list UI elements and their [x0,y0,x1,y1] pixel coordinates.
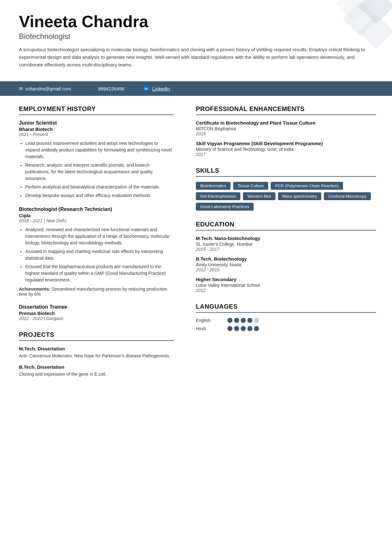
lang-item-english: English [196,318,376,323]
lang-dot-english-3 [241,318,246,323]
job-dates-2: 2018 - 2021 | New Delhi [19,218,174,223]
job-bullet-1-1: Lead process improvement activities and … [25,140,174,160]
job-bullet-2-2: Assisted in mapping and charting medicin… [25,248,174,262]
lang-dot-english-5 [254,318,259,323]
project-desc-2: Cloning and expression of the gene in E.… [19,371,174,378]
project-title-2: B.Tech. Dissertation [19,364,174,370]
skills-section: SKILLS Bioinformatics Tissue Culture PCR… [196,167,376,211]
edu-school-1: St. Xavier's College, Mumbai [196,242,376,247]
skills-container: Bioinformatics Tissue Culture PCR (Polym… [196,182,376,211]
edu-years-1: 2015 - 2017 [196,247,376,252]
edu-item-2: B.Tech. Biotechnology Amity University, … [196,256,376,272]
lang-name-english: English [196,318,221,323]
lang-dot-english-2 [234,318,239,323]
phone-value: 9894226496 [98,86,124,91]
contact-phone: 📞 9894226496 [90,86,124,91]
job-title-3: Dissertation Trainee [19,304,174,310]
candidate-summary: A scrupulous biotechnologist specializin… [19,46,366,69]
linkedin-icon: in [143,86,149,91]
education-section: EDUCATION M.Tech. Nano-biotechnology St.… [196,221,376,293]
job-bullet-1-2: Research, analyze, and interpret scienti… [25,162,174,182]
project-2: B.Tech. Dissertation Cloning and express… [19,364,174,378]
lang-dot-hindi-2 [234,326,239,331]
job-title-2: Biotechnologist (Research Technician) [19,207,174,212]
header-section: Vineeta Chandra Biotechnologist A scrupu… [0,0,392,75]
edu-years-3: 2012 [196,288,376,293]
contact-linkedin[interactable]: in LinkedIn [143,86,170,91]
edu-item-3: Higher Secondary Lotus Valley Internatio… [196,277,376,293]
job-company-3: Premas Biotech [19,311,174,316]
candidate-title: Biotechnologist [19,32,373,41]
job-company-1: Bharat Biotech [19,126,174,132]
projects-section: PROJECTS M.Tech. Dissertation Anti- Canc… [19,331,174,378]
skill-gel-electrophoresis: Gel Electrophoresis [196,192,240,200]
lang-dot-hindi-1 [227,326,232,331]
job-block-3: Dissertation Trainee Premas Biotech 2022… [19,304,174,321]
employment-section-title: EMPLOYMENT HISTORY [19,105,174,115]
edu-item-1: M.Tech. Nano-biotechnology St. Xavier's … [196,236,376,252]
skill-pcr: PCR (Polymerase Chain Reaction) [271,182,343,190]
skill-glp: Good Laboratory Practices [196,203,254,211]
candidate-name: Vineeta Chandra [19,13,373,31]
languages-section-title: LANGUAGES [196,303,376,313]
left-column: EMPLOYMENT HISTORY Junior Scientist Bhar… [0,105,186,388]
education-section-title: EDUCATION [196,221,376,231]
lang-dot-english-1 [227,318,232,323]
edu-years-2: 2012 - 2015 [196,267,376,272]
edu-school-2: Amity University, Noida [196,262,376,267]
lang-dots-hindi [227,326,259,331]
edu-degree-3: Higher Secondary [196,277,376,282]
project-title-1: M.Tech. Dissertation [19,346,174,351]
projects-section-title: PROJECTS [19,331,174,341]
linkedin-link[interactable]: LinkedIn [152,86,170,91]
lang-name-hindi: Hindi [196,326,221,331]
job-bullet-2-3: Ensured that the biopharmaceutical produ… [25,263,174,283]
pe-org-1: MITCON Biopharma [196,126,376,131]
lang-dot-hindi-5 [254,326,259,331]
job-bullet-1-4: Develop bespoke assays and other efficac… [25,192,174,199]
employment-section: EMPLOYMENT HISTORY Junior Scientist Bhar… [19,105,174,321]
edu-school-3: Lotus Valley International School [196,283,376,288]
email-value: vchandra@gmail.com [25,86,71,91]
job-bullets-1: Lead process improvement activities and … [19,140,174,199]
email-icon: ✉ [19,86,23,91]
lang-dots-english [227,318,259,323]
contact-bar: ✉ vchandra@gmail.com 📞 9894226496 in Lin… [0,81,392,96]
project-desc-1: Anti- Cancerous Molecules: New hope for … [19,353,174,359]
edu-degree-1: M.Tech. Nano-biotechnology [196,236,376,241]
pe-org-2: Ministry of Science and Technology, Govt… [196,147,376,152]
skill-western-blot: Western Blot [243,192,275,200]
job-dates-1: 2021 - Present [19,132,174,137]
job-block-1: Junior Scientist Bharat Biotech 2021 - P… [19,120,174,199]
edu-degree-2: B.Tech. Biotechnology [196,256,376,262]
job-bullet-1-3: Perform analytical and bioanalytical cha… [25,184,174,190]
job-dates-3: 2022 - 2022 | Gurgaon [19,316,174,321]
job-achievement-2: Achievements: Streamlined manufacturing … [19,287,174,297]
job-company-2: Cipla [19,213,174,218]
lang-dot-hindi-4 [247,326,252,331]
languages-section: LANGUAGES English Hindi [196,303,376,331]
skill-bioinformatics: Bioinformatics [196,182,231,190]
skill-mass-spectrometry: Mass spectrometry [278,192,322,200]
contact-email: ✉ vchandra@gmail.com [19,86,71,91]
lang-dot-english-4 [247,318,252,323]
project-1: M.Tech. Dissertation Anti- Cancerous Mol… [19,346,174,359]
pe-item-2: Skill Vigyan Programme (Skill Developmen… [196,141,376,157]
pe-item-1: Certificate in Biotechnology and Plant T… [196,120,376,136]
pe-year-1: 2018 [196,131,376,136]
professional-enhancements-section: PROFESSIONAL ENHANCEMENTS Certificate in… [196,105,376,157]
pe-title-2: Skill Vigyan Programme (Skill Developmen… [196,141,376,146]
job-block-2: Biotechnologist (Research Technician) Ci… [19,207,174,297]
lang-dot-hindi-3 [241,326,246,331]
job-bullet-2-1: Analyzed, reviewed and characterized new… [25,226,174,246]
pe-title-1: Certificate in Biotechnology and Plant T… [196,120,376,126]
pe-year-2: 2017 [196,152,376,157]
job-bullets-2: Analyzed, reviewed and characterized new… [19,226,174,283]
professional-enhancements-title: PROFESSIONAL ENHANCEMENTS [196,105,376,115]
skill-confocal-microscopy: Confocal Microscopy [324,192,371,200]
phone-icon: 📞 [90,86,95,91]
right-column: PROFESSIONAL ENHANCEMENTS Certificate in… [186,105,392,388]
lang-item-hindi: Hindi [196,326,376,331]
skills-section-title: SKILLS [196,167,376,177]
main-content: EMPLOYMENT HISTORY Junior Scientist Bhar… [0,96,392,400]
